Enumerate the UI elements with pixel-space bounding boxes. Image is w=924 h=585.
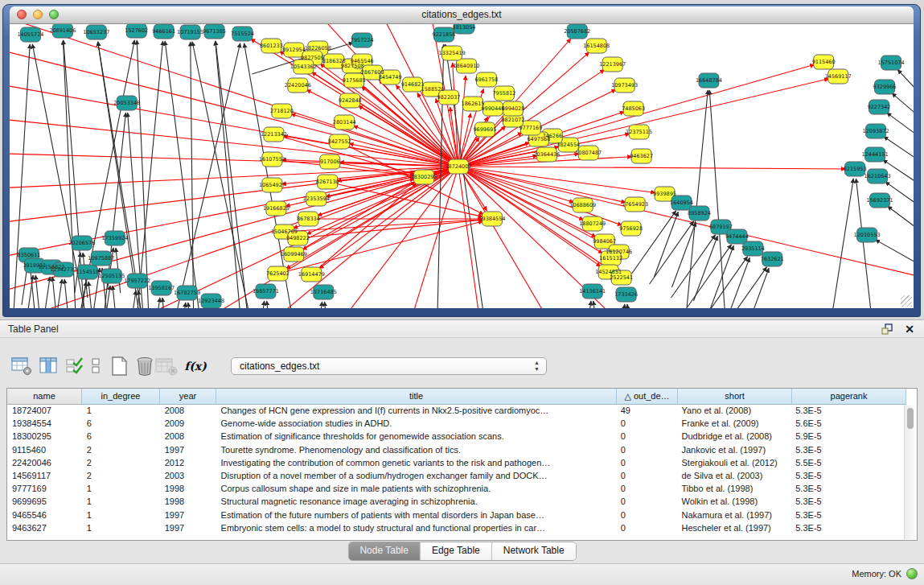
graph-edge[interactable] <box>180 303 186 308</box>
column-header-in_degree[interactable]: in_degree <box>82 389 160 405</box>
table-cell[interactable]: 5.3E-5 <box>791 470 905 483</box>
table-cell[interactable]: 5.3E-5 <box>791 444 905 457</box>
table-cell[interactable]: 0 <box>616 431 677 443</box>
graph-edge[interactable] <box>832 179 853 308</box>
table-cell[interactable]: 1998 <box>160 483 216 496</box>
graph-edge[interactable] <box>137 40 148 308</box>
table-cell[interactable]: 19384554 <box>7 418 82 431</box>
float-window-icon[interactable] <box>881 323 893 336</box>
graph-edge[interactable] <box>138 41 163 308</box>
graph-edge[interactable] <box>888 206 914 229</box>
graph-edge[interactable] <box>632 211 676 274</box>
table-cell[interactable]: 6 <box>82 431 160 443</box>
table-cell[interactable]: Yano et al. (2008) <box>677 405 791 418</box>
graph-edge[interactable] <box>113 286 117 308</box>
table-row[interactable]: 946362711997Embryonic stem cells: a mode… <box>7 522 905 535</box>
resize-grip[interactable] <box>901 295 912 307</box>
close-panel-icon[interactable]: ✕ <box>905 323 914 336</box>
function-builder-button[interactable]: f(x) <box>182 356 209 377</box>
column-header-short[interactable]: short <box>678 389 792 405</box>
table-cell[interactable]: Nakamura et al. (1997) <box>677 509 791 522</box>
table-cell[interactable]: 6 <box>82 418 160 431</box>
table-row[interactable]: 1830029562008Estimation of significance … <box>7 431 905 443</box>
table-cell[interactable]: 0 <box>616 483 677 496</box>
table-cell[interactable]: Changes of HCN gene expression and I(f) … <box>216 405 616 418</box>
table-cell[interactable]: 14569117 <box>7 470 82 483</box>
table-cell[interactable]: 1 <box>82 522 160 535</box>
graph-edge[interactable] <box>188 303 193 308</box>
table-row[interactable]: 1456911722003Disruption of a novel membe… <box>7 470 905 483</box>
table-cell[interactable]: 5.3E-5 <box>791 509 905 522</box>
table-cell[interactable]: 5.3E-5 <box>791 522 905 535</box>
table-cell[interactable]: 2008 <box>160 405 216 418</box>
graph-edge[interactable] <box>10 44 458 167</box>
network-window-titlebar[interactable]: citations_edges.txt <box>10 6 914 24</box>
graph-edge[interactable] <box>44 277 50 308</box>
table-cell[interactable]: 9699695 <box>7 496 82 509</box>
table-cell[interactable]: 9465546 <box>7 509 82 522</box>
table-cell[interactable]: Genome-wide association studies in ADHD. <box>216 418 616 431</box>
table-cell[interactable]: Estimation of significance thresholds fo… <box>216 431 616 443</box>
table-row[interactable]: 969969511998Structural magnetic resonanc… <box>7 496 905 509</box>
graph-edge[interactable] <box>458 76 466 167</box>
table-cell[interactable]: 0 <box>616 496 677 509</box>
graph-edge[interactable] <box>688 245 732 307</box>
table-cell[interactable]: Hescheler et al. (1997) <box>677 522 791 535</box>
table-row[interactable]: 2242004622012Investigating the contribut… <box>7 457 905 470</box>
graph-edge[interactable] <box>892 93 914 116</box>
table-cell[interactable]: 22420046 <box>7 457 82 470</box>
table-cell[interactable]: Franke et al. (2009) <box>677 418 791 431</box>
table-cell[interactable]: 5.6E-5 <box>791 418 905 431</box>
graph-edge[interactable] <box>897 70 914 92</box>
table-cell[interactable]: 0 <box>616 509 677 522</box>
table-row[interactable]: 1872400712008Changes of HCN gene express… <box>7 405 905 418</box>
column-header-pagerank[interactable]: pagerank <box>792 389 906 405</box>
graph-edge[interactable] <box>177 43 240 308</box>
table-cell[interactable]: 5.3E-5 <box>791 483 905 496</box>
table-mode-button[interactable] <box>11 356 34 377</box>
graph-edge[interactable] <box>585 301 591 308</box>
graph-edge[interactable] <box>56 279 62 308</box>
graph-edge[interactable] <box>216 41 240 308</box>
graph-edge[interactable] <box>887 113 914 136</box>
tab-edge-table[interactable]: Edge Table <box>420 542 491 560</box>
table-cell[interactable]: 2009 <box>160 418 216 431</box>
table-row[interactable]: 1938455462009Genome-wide association stu… <box>7 418 905 431</box>
table-cell[interactable]: 2008 <box>160 431 216 443</box>
table-cell[interactable]: 18300295 <box>7 431 82 443</box>
column-header-title[interactable]: title <box>216 389 617 405</box>
graph-edge[interactable] <box>165 41 199 308</box>
graph-edge[interactable] <box>745 268 769 308</box>
table-cell[interactable]: 1 <box>82 496 160 509</box>
table-cell[interactable]: 0 <box>616 457 677 470</box>
graph-edge[interactable] <box>593 301 598 308</box>
table-cell[interactable]: 2 <box>82 457 160 470</box>
table-cell[interactable]: de Silva et al. (2003) <box>677 470 791 483</box>
graph-edge[interactable] <box>709 245 733 308</box>
table-cell[interactable]: Stergiakouli et al. (2012) <box>677 457 791 470</box>
table-row[interactable]: 946554611997Estimation of the future num… <box>7 509 905 522</box>
graph-edge[interactable] <box>10 117 458 167</box>
table-cell[interactable]: Corpus callosum shape and size in male p… <box>216 483 616 496</box>
table-vertical-scrollbar[interactable] <box>904 406 916 539</box>
table-row[interactable]: 977716911998Corpus callosum shape and si… <box>7 483 905 496</box>
table-selector[interactable]: citations_edges.txt ▲▼ <box>231 357 547 375</box>
graph-edge[interactable] <box>693 236 717 301</box>
table-cell[interactable]: Wolkin et al. (1998) <box>677 496 791 509</box>
graph-edge[interactable] <box>876 240 914 264</box>
graph-edge[interactable] <box>154 298 160 308</box>
table-cell[interactable]: 9777169 <box>7 483 82 496</box>
show-columns-button[interactable] <box>39 356 62 377</box>
graph-edge[interactable] <box>327 182 483 216</box>
graph-edge[interactable] <box>98 42 142 308</box>
graph-edge[interactable] <box>52 277 57 308</box>
table-cell[interactable]: Investigating the contribution of common… <box>216 457 616 470</box>
table-cell[interactable]: 1 <box>82 405 160 418</box>
table-cell[interactable]: Tibbo et al. (1998) <box>677 483 791 496</box>
graph-edge[interactable] <box>619 304 625 308</box>
tab-network-table[interactable]: Network Table <box>491 542 576 560</box>
scrollbar-thumb[interactable] <box>907 408 914 429</box>
edit-columns-button[interactable] <box>65 356 88 377</box>
graph-edge[interactable] <box>316 302 322 308</box>
graph-edge[interactable] <box>458 167 845 169</box>
